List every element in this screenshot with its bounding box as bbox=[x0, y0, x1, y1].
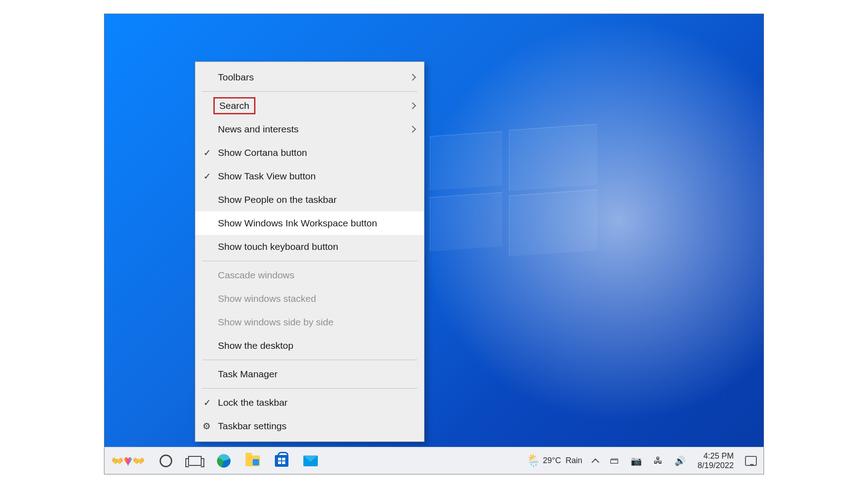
taskbar[interactable]: 👐 ♥ 👐 🌦️ 29°C Rain bbox=[104, 447, 764, 474]
menu-item-show-the-desktop[interactable]: Show the desktop bbox=[195, 334, 424, 357]
menu-item-label: News and interests bbox=[218, 124, 299, 135]
edge-icon bbox=[217, 454, 231, 468]
system-tray: 🗃 📷 🖧 🔊 bbox=[589, 447, 693, 474]
taskbar-app-mail[interactable] bbox=[296, 447, 325, 474]
menu-item-lock-the-taskbar[interactable]: Lock the taskbar bbox=[195, 391, 424, 414]
clock-date: 8/19/2022 bbox=[698, 461, 734, 470]
menu-item-label: Show Task View button bbox=[218, 171, 316, 182]
menu-item-label: Show windows stacked bbox=[218, 293, 316, 304]
cortana-icon bbox=[160, 455, 172, 467]
taskbar-app-edge[interactable] bbox=[209, 447, 238, 474]
cortana-button[interactable] bbox=[151, 447, 180, 474]
menu-item-show-cortana-button[interactable]: Show Cortana button bbox=[195, 141, 424, 164]
clock-time: 4:25 PM bbox=[698, 451, 734, 461]
chevron-up-icon bbox=[591, 458, 599, 466]
menu-item-show-task-view-button[interactable]: Show Task View button bbox=[195, 164, 424, 188]
task-view-icon bbox=[188, 456, 202, 466]
menu-item-label: Show Cortana button bbox=[218, 147, 307, 158]
battery-icon: 🗃 bbox=[610, 455, 619, 466]
tray-network[interactable]: 🖧 bbox=[650, 447, 666, 474]
menu-item-task-manager[interactable]: Task Manager bbox=[195, 362, 424, 386]
mail-icon bbox=[303, 455, 318, 466]
network-icon: 🖧 bbox=[654, 455, 663, 466]
notification-icon bbox=[745, 456, 757, 466]
menu-item-show-windows-side-by-side: Show windows side by side bbox=[195, 310, 424, 334]
menu-item-show-people[interactable]: Show People on the taskbar bbox=[195, 188, 424, 211]
taskbar-clock[interactable]: 4:25 PM 8/19/2022 bbox=[693, 447, 738, 474]
menu-item-label: Show Windows Ink Workspace button bbox=[218, 218, 377, 229]
weather-condition: Rain bbox=[566, 456, 582, 465]
weather-widget[interactable]: 🌦️ 29°C Rain bbox=[519, 447, 589, 474]
menu-item-label: Show the desktop bbox=[218, 340, 293, 351]
heart-icon: ♥ bbox=[123, 452, 132, 469]
menu-item-news-and-interests[interactable]: News and interests bbox=[195, 117, 424, 141]
weather-icon: 🌦️ bbox=[526, 454, 541, 468]
taskbar-context-menu: Toolbars Search News and interests Show … bbox=[195, 61, 425, 442]
menu-item-label: Show People on the taskbar bbox=[218, 194, 337, 205]
menu-item-cascade-windows: Cascade windows bbox=[195, 263, 424, 287]
menu-item-label: Search bbox=[213, 97, 255, 114]
camera-icon: 📷 bbox=[631, 455, 642, 466]
menu-item-show-windows-stacked: Show windows stacked bbox=[195, 287, 424, 310]
menu-separator bbox=[202, 388, 417, 389]
menu-item-label: Lock the taskbar bbox=[218, 397, 288, 408]
speaker-icon: 🔊 bbox=[675, 455, 686, 466]
menu-item-show-touch-keyboard[interactable]: Show touch keyboard button bbox=[195, 235, 424, 258]
action-center-button[interactable] bbox=[738, 447, 764, 474]
menu-item-taskbar-settings[interactable]: Taskbar settings bbox=[195, 414, 424, 438]
weather-temp: 29°C bbox=[543, 456, 561, 465]
windows-logo-art bbox=[430, 125, 597, 256]
menu-separator bbox=[202, 360, 417, 360]
taskbar-app-file-explorer[interactable] bbox=[238, 447, 267, 474]
menu-item-search[interactable]: Search bbox=[195, 94, 424, 117]
menu-separator bbox=[202, 91, 417, 92]
menu-item-label: Taskbar settings bbox=[218, 421, 287, 432]
menu-item-label: Task Manager bbox=[218, 369, 278, 380]
tray-show-hidden-icons[interactable] bbox=[589, 447, 602, 474]
desktop-viewport: Toolbars Search News and interests Show … bbox=[104, 14, 764, 474]
hands-icon: 👐 bbox=[111, 455, 123, 467]
menu-item-toolbars[interactable]: Toolbars bbox=[195, 66, 424, 89]
taskbar-app-microsoft-store[interactable] bbox=[267, 447, 296, 474]
start-button[interactable]: 👐 ♥ 👐 bbox=[104, 447, 151, 474]
tray-meet-now[interactable]: 📷 bbox=[627, 447, 646, 474]
folder-icon bbox=[245, 455, 260, 466]
menu-item-show-ink-workspace[interactable]: Show Windows Ink Workspace button bbox=[195, 211, 424, 235]
menu-item-label: Show windows side by side bbox=[218, 317, 334, 328]
store-icon bbox=[275, 455, 288, 467]
hands-icon: 👐 bbox=[132, 455, 145, 467]
menu-separator bbox=[202, 261, 417, 261]
task-view-button[interactable] bbox=[180, 447, 209, 474]
tray-onedrive[interactable]: 🗃 bbox=[606, 447, 623, 474]
menu-item-label: Toolbars bbox=[218, 72, 254, 83]
menu-item-label: Cascade windows bbox=[218, 270, 294, 281]
tray-volume[interactable]: 🔊 bbox=[671, 447, 689, 474]
menu-item-label: Show touch keyboard button bbox=[218, 241, 338, 252]
